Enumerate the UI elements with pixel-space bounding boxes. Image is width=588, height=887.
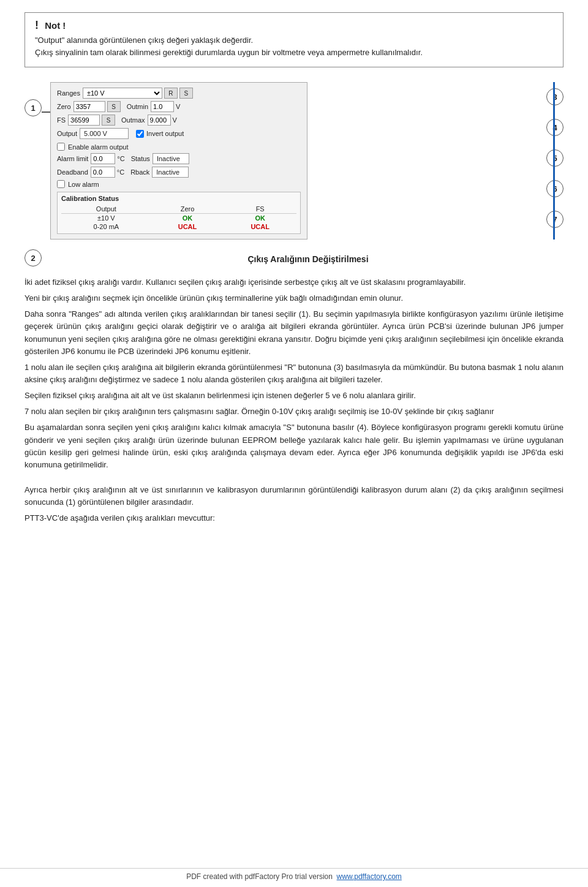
- enable-alarm-checkbox[interactable]: [57, 143, 65, 151]
- badge-7: 7: [546, 211, 564, 228]
- calib-title: Calibration Status: [61, 195, 296, 202]
- warning-line1: "Output" alanında görüntülenen çıkış değ…: [35, 36, 253, 45]
- low-alarm-checkbox[interactable]: [57, 180, 65, 188]
- warning-title: ! Not !: [35, 19, 553, 32]
- status-value: Inactive: [153, 153, 189, 164]
- diagram-section: 1 Ranges ±10 V R S Zero: [24, 82, 564, 240]
- badge-2: 2: [24, 249, 42, 266]
- deadband-input[interactable]: [91, 167, 115, 178]
- outmin-input[interactable]: [151, 101, 174, 112]
- body-paragraphs: İki adet fiziksel çıkış aralığı vardır. …: [24, 276, 564, 524]
- paragraph-8: Ayrıca herbir çıkış aralığının alt ve üs…: [24, 484, 564, 508]
- s-button-fs[interactable]: S: [102, 115, 115, 126]
- paragraph-3: Daha sonra "Ranges" adı altında verilen …: [24, 308, 564, 358]
- ranges-select[interactable]: ±10 V: [83, 88, 162, 99]
- paragraph-7: Bu aşamalardan sonra seçilen yeni çıkış …: [24, 421, 564, 471]
- fs-label: FS: [57, 116, 66, 124]
- blue-vertical-line: [553, 82, 555, 240]
- connector-line-1: [42, 111, 50, 113]
- calib-row1-zero: OK: [151, 214, 224, 223]
- table-row: 0-20 mA UCAL UCAL: [61, 222, 296, 231]
- right-badges: 3 4 5 6 7: [546, 82, 564, 240]
- bottom-row: 2 Çıkış Aralığının Değiştirilmesi: [24, 249, 564, 270]
- outmin-label: Outmin: [127, 103, 148, 110]
- deadband-unit: °C: [117, 168, 124, 176]
- paragraph-1: İki adet fiziksel çıkış aralığı vardır. …: [24, 276, 564, 289]
- page-content: ! Not ! "Output" alanında görüntülenen ç…: [0, 0, 588, 540]
- deadband-label: Deadband: [57, 168, 88, 176]
- outmax-unit: V: [173, 116, 177, 124]
- rback-value: Inactive: [152, 167, 189, 178]
- section-heading: Çıkış Aralığının Değiştirilmesi: [53, 254, 564, 264]
- output-label: Output: [57, 130, 77, 137]
- footer-text: PDF created with pdfFactory Pro trial ve…: [186, 872, 333, 881]
- diagram-center: Ranges ±10 V R S Zero S Outmin V: [50, 82, 543, 240]
- rback-label: Rback: [130, 168, 149, 176]
- fs-outmax-row: FS S Outmax V: [57, 115, 301, 126]
- paragraph-6: 7 nolu alan seçilen bir çıkış aralığının…: [24, 406, 564, 418]
- output-value: 5.000 V: [80, 128, 129, 139]
- badge-1: 1: [24, 99, 42, 116]
- paragraph-2: Yeni bir çıkış aralığını seçmek için önc…: [24, 292, 564, 304]
- paragraph-9: PTT3-VC'de aşağıda verilen çıkış aralıkl…: [24, 512, 564, 524]
- ranges-label: Ranges: [57, 89, 80, 97]
- bottom-right: Çıkış Aralığının Değiştirilmesi: [53, 249, 564, 270]
- invert-output-checkbox[interactable]: [136, 130, 144, 138]
- status-label: Status: [131, 155, 150, 162]
- ui-panel: Ranges ±10 V R S Zero S Outmin V: [50, 82, 307, 240]
- s-button-1[interactable]: S: [179, 88, 193, 99]
- warning-title-text: Not !: [45, 20, 66, 31]
- enable-alarm-label: Enable alarm output: [68, 143, 128, 151]
- alarm-unit: °C: [117, 155, 124, 162]
- ranges-row: Ranges ±10 V R S: [57, 88, 301, 99]
- alarm-limit-label: Alarm limit: [57, 155, 88, 162]
- s-button-zero[interactable]: S: [107, 101, 121, 112]
- outmin-unit: V: [176, 103, 180, 110]
- badge-6: 6: [546, 180, 564, 197]
- invert-output-text: Invert output: [146, 130, 184, 137]
- alarm-limit-input[interactable]: [91, 153, 115, 164]
- left-badges: 1: [24, 82, 42, 240]
- calib-col1-header: Output: [61, 205, 151, 214]
- table-row: ±10 V OK OK: [61, 214, 296, 223]
- warning-box: ! Not ! "Output" alanında görüntülenen ç…: [24, 12, 564, 67]
- calib-row1-fs: OK: [224, 214, 296, 223]
- low-alarm-row: Low alarm: [57, 180, 301, 188]
- zero-input[interactable]: [74, 101, 105, 112]
- badge-3: 3: [546, 88, 564, 105]
- outmax-label: Outmax: [121, 116, 145, 124]
- low-alarm-label: Low alarm: [68, 181, 99, 188]
- warning-icon: !: [35, 19, 39, 31]
- warning-line2: Çıkış sinyalinin tam olarak bilinmesi ge…: [35, 48, 423, 57]
- badge-4: 4: [546, 119, 564, 136]
- alarm-status-row: Alarm limit °C Status Inactive: [57, 153, 301, 164]
- footer-link[interactable]: www.pdffactory.com: [337, 872, 402, 881]
- enable-alarm-row: Enable alarm output: [57, 143, 301, 151]
- zero-outmin-row: Zero S Outmin V: [57, 101, 301, 112]
- calib-row1-output: ±10 V: [61, 214, 151, 223]
- fs-input[interactable]: [68, 115, 100, 126]
- paragraph-5: Seçilen fiziksel çıkış aralığına ait alt…: [24, 390, 564, 402]
- calib-col2-header: Zero: [151, 205, 224, 214]
- calib-row2-zero: UCAL: [151, 222, 224, 231]
- deadband-rback-row: Deadband °C Rback Inactive: [57, 167, 301, 178]
- bottom-left: 2: [24, 249, 42, 269]
- footer: PDF created with pdfFactory Pro trial ve…: [0, 868, 588, 881]
- paragraph-4: 1 nolu alan ile seçilen çıkış aralığına …: [24, 361, 564, 386]
- calib-row2-output: 0-20 mA: [61, 222, 151, 231]
- calib-table: Output Zero FS ±10 V OK OK: [61, 205, 296, 231]
- output-row: Output 5.000 V Invert output: [57, 128, 301, 139]
- zero-label: Zero: [57, 103, 71, 110]
- calib-col3-header: FS: [224, 205, 296, 214]
- calib-row2-fs: UCAL: [224, 222, 296, 231]
- outmax-input[interactable]: [148, 115, 171, 126]
- invert-output-label[interactable]: Invert output: [136, 130, 184, 138]
- calibration-section: Calibration Status Output Zero FS ±10 V: [57, 192, 301, 234]
- warning-text: "Output" alanında görüntülenen çıkış değ…: [35, 34, 553, 58]
- badge-5: 5: [546, 149, 564, 167]
- r-button[interactable]: R: [164, 88, 178, 99]
